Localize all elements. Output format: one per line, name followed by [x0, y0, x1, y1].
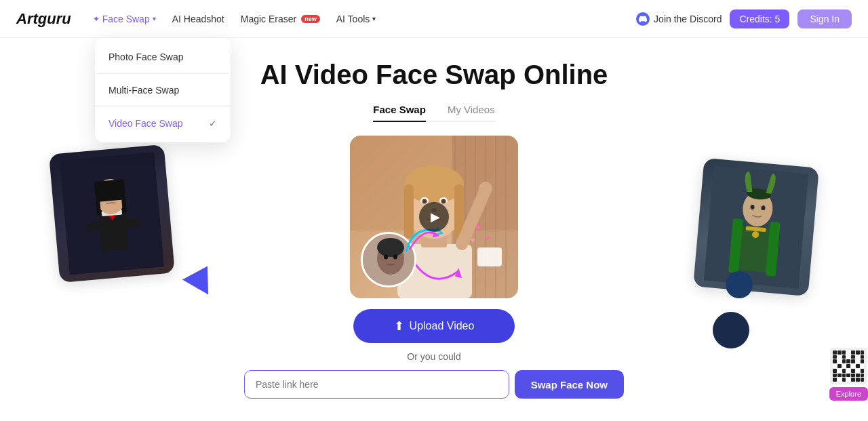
multi-face-swap-label: Multi-Face Swap	[108, 85, 179, 96]
nav-ai-tools[interactable]: AI Tools ▾	[336, 14, 376, 24]
nav-face-swap[interactable]: ✦ Face Swap ▾	[93, 14, 156, 24]
wednesday-card	[49, 144, 175, 283]
face-swap-dropdown: Photo Face Swap Multi-Face Swap Video Fa…	[95, 38, 231, 142]
svg-point-52	[377, 238, 404, 257]
nav-right: Join the Discord Credits: 5 Sign In	[636, 9, 852, 28]
dropdown-divider-1	[95, 73, 231, 74]
deco-right	[698, 136, 814, 319]
svg-rect-49	[477, 247, 502, 266]
svg-text:♥: ♥	[486, 235, 490, 242]
upload-icon: ⬆	[394, 319, 404, 334]
nav-magic-eraser[interactable]: Magic Eraser new	[241, 14, 320, 24]
check-icon: ✓	[209, 118, 217, 129]
play-button[interactable]: ▶	[419, 202, 449, 232]
chevron-down-icon-tools: ▾	[372, 15, 376, 22]
or-text: Or you could	[407, 351, 460, 362]
loki-silhouette	[693, 158, 819, 296]
dropdown-divider-2	[95, 106, 231, 107]
logo[interactable]: Artguru	[16, 10, 71, 28]
ai-tools-label: AI Tools	[336, 14, 370, 24]
tabs: Face Swap My Videos	[373, 104, 494, 122]
dropdown-video-face-swap[interactable]: Video Face Swap ✓	[95, 110, 231, 137]
paste-link-input[interactable]	[244, 370, 509, 399]
svg-point-41	[441, 199, 446, 204]
swap-face-now-button[interactable]: Swap Face Now	[515, 370, 624, 399]
tab-my-videos-label: My Videos	[448, 104, 495, 115]
paste-row: Swap Face Now	[244, 370, 624, 399]
nav-ai-headshot[interactable]: AI Headshot	[172, 14, 224, 24]
svg-point-53	[384, 255, 388, 260]
qr-code	[830, 348, 867, 384]
svg-point-40	[422, 199, 427, 204]
play-icon: ▶	[431, 209, 440, 224]
ai-headshot-label: AI Headshot	[172, 14, 224, 24]
credits-button[interactable]: Credits: 5	[730, 9, 789, 28]
signin-button[interactable]: Sign In	[797, 9, 852, 28]
video-face-swap-label: Video Face Swap	[108, 118, 182, 129]
upload-btn-label: Upload Video	[410, 320, 475, 332]
magic-eraser-label: Magic Eraser	[241, 14, 296, 24]
new-badge: new	[301, 15, 320, 23]
upload-video-button[interactable]: ⬆ Upload Video	[353, 309, 515, 343]
dropdown-multi-face-swap[interactable]: Multi-Face Swap	[95, 77, 231, 104]
svg-text:♥: ♥	[475, 222, 481, 233]
tab-my-videos[interactable]: My Videos	[448, 104, 495, 121]
wednesday-silhouette	[49, 144, 175, 283]
svg-point-54	[393, 255, 397, 260]
photo-face-swap-label: Photo Face Swap	[108, 52, 184, 62]
page-title: AI Video Face Swap Online	[260, 60, 608, 90]
chevron-down-icon: ▾	[153, 15, 156, 22]
deco-left	[54, 149, 170, 278]
discord-label: Join the Discord	[654, 14, 722, 24]
tab-face-swap-label: Face Swap	[373, 104, 426, 115]
qr-container: Explore	[829, 348, 868, 401]
loki-card	[693, 158, 819, 296]
dark-circle-top-right	[713, 312, 749, 348]
face-swap-label: Face Swap	[102, 14, 150, 24]
dropdown-photo-face-swap[interactable]: Photo Face Swap	[95, 43, 231, 71]
discord-button[interactable]: Join the Discord	[636, 12, 722, 26]
svg-point-44	[479, 182, 492, 195]
nav-items: ✦ Face Swap ▾ AI Headshot Magic Eraser n…	[93, 14, 636, 24]
video-preview: ♥ ♥ ♥	[350, 136, 518, 298]
discord-icon	[636, 12, 650, 26]
navbar: Artguru ✦ Face Swap ▾ AI Headshot Magic …	[0, 0, 868, 38]
explore-button[interactable]: Explore	[829, 387, 868, 401]
svg-text:♥: ♥	[471, 236, 475, 244]
tab-face-swap[interactable]: Face Swap	[373, 104, 426, 121]
star-icon: ✦	[93, 14, 100, 24]
logo-text: Artguru	[16, 10, 71, 27]
dark-circle-right	[726, 271, 753, 298]
